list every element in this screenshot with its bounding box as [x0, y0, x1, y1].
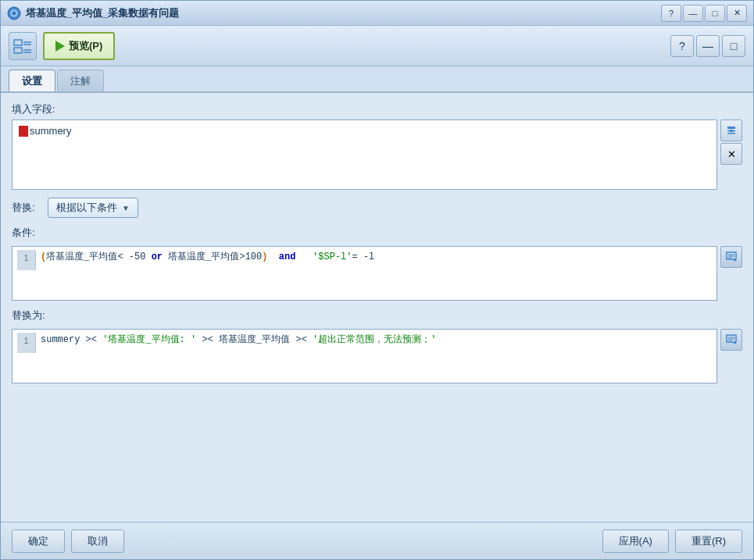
- maximize-toolbar-button[interactable]: □: [722, 35, 745, 57]
- tabs-bar: 设置 注解: [1, 66, 753, 93]
- fill-field-section: 填入字段: summery: [12, 102, 742, 190]
- replace-label: 替换:: [12, 201, 40, 215]
- toolbar-right: ? — □: [670, 35, 745, 57]
- svg-rect-6: [14, 48, 22, 53]
- preview-button[interactable]: 预览(P): [43, 32, 115, 60]
- minimize-button[interactable]: —: [683, 5, 703, 22]
- str2: '超出正常范围，无法预测；': [313, 334, 436, 345]
- play-icon: [55, 41, 65, 52]
- close-paren: ): [262, 251, 267, 262]
- condition-line-1: 1 (塔基温度_平均值< -50 or 塔基温度_平均值>100) and '$…: [13, 247, 716, 273]
- str1: '塔基温度_平均值: ': [102, 334, 196, 345]
- replace-row: 替换: 根据以下条件 ▼: [12, 198, 742, 218]
- svg-rect-3: [14, 40, 22, 45]
- replace-line-number: 1: [17, 333, 36, 353]
- fill-field-box[interactable]: summery: [12, 119, 717, 190]
- dropdown-arrow-icon: ▼: [122, 204, 130, 212]
- replace-with-box[interactable]: 1 summery >< '塔基温度_平均值: ' >< 塔基温度_平均值 ><…: [12, 329, 717, 383]
- window-icon: [7, 6, 21, 20]
- replace-with-line-1: 1 summery >< '塔基温度_平均值: ' >< 塔基温度_平均值 ><…: [13, 330, 716, 356]
- toolbar-icon: [9, 32, 37, 60]
- condition-label: 条件:: [12, 226, 742, 240]
- title-bar: 塔基温度_平均值_采集数据有问题 ? — □ ✕: [1, 1, 753, 26]
- and-keyword: and: [279, 251, 296, 262]
- close-button[interactable]: ✕: [727, 5, 747, 22]
- minimize-toolbar-button[interactable]: —: [696, 35, 720, 57]
- tab-settings[interactable]: 设置: [9, 70, 55, 91]
- bottom-bar: 确定 取消 应用(A) 重置(R): [1, 522, 753, 559]
- open-paren: (: [41, 251, 46, 262]
- main-window: 塔基温度_平均值_采集数据有问题 ? — □ ✕ 预览(P) ? —: [0, 0, 754, 560]
- condition-code: (塔基温度_平均值< -50 or 塔基温度_平均值>100) and '$SP…: [41, 250, 712, 263]
- reset-button[interactable]: 重置(R): [675, 530, 742, 553]
- condition-box[interactable]: 1 (塔基温度_平均值< -50 or 塔基温度_平均值>100) and '$…: [12, 246, 717, 301]
- title-buttons: ? — □ ✕: [661, 5, 747, 22]
- replace-edit-button[interactable]: [720, 329, 742, 351]
- window-title: 塔基温度_平均值_采集数据有问题: [26, 6, 661, 20]
- maximize-button[interactable]: □: [705, 5, 725, 22]
- svg-rect-11: [727, 133, 735, 134]
- cancel-button[interactable]: 取消: [71, 530, 124, 553]
- ok-button[interactable]: 确定: [12, 530, 65, 553]
- replace-with-code: summery >< '塔基温度_平均值: ' >< 塔基温度_平均值 >< '…: [41, 333, 712, 346]
- condition-edit-button[interactable]: [720, 246, 742, 268]
- field-tag: summery: [19, 125, 71, 137]
- replace-dropdown[interactable]: 根据以下条件 ▼: [48, 198, 138, 218]
- help-toolbar-button[interactable]: ?: [670, 35, 694, 57]
- string-value: '$SP-l': [313, 251, 352, 262]
- fill-buttons: ✕: [720, 119, 742, 165]
- condition-section: 条件: 1 (塔基温度_平均值< -50 or 塔基温度_平均值>100) an…: [12, 226, 742, 301]
- replace-with-section: 替换为: 1 summery >< '塔基温度_平均值: ' >< 塔基温度_平…: [12, 309, 742, 383]
- help-button[interactable]: ?: [661, 5, 681, 22]
- bottom-right: 应用(A) 重置(R): [602, 530, 742, 553]
- fill-down-button[interactable]: [720, 119, 742, 141]
- fill-clear-button[interactable]: ✕: [720, 143, 742, 165]
- svg-rect-9: [727, 127, 735, 129]
- dropdown-text: 根据以下条件: [56, 201, 117, 215]
- fill-field-label: 填入字段:: [12, 102, 742, 116]
- fill-field-container: summery ✕: [12, 119, 742, 190]
- replace-with-label: 替换为:: [12, 309, 742, 323]
- field-icon: [19, 126, 28, 137]
- tab-notes[interactable]: 注解: [57, 70, 104, 91]
- svg-point-2: [13, 12, 16, 15]
- field-name: summery: [30, 125, 71, 137]
- preview-label: 预览(P): [69, 39, 102, 53]
- condition-box-wrapper: 1 (塔基温度_平均值< -50 or 塔基温度_平均值>100) and '$…: [12, 246, 742, 301]
- replace-with-wrapper: 1 summery >< '塔基温度_平均值: ' >< 塔基温度_平均值 ><…: [12, 329, 742, 383]
- apply-button[interactable]: 应用(A): [602, 530, 669, 553]
- toolbar: 预览(P) ? — □: [1, 26, 753, 66]
- main-content: 填入字段: summery: [1, 93, 753, 522]
- condition-line-number: 1: [17, 250, 36, 270]
